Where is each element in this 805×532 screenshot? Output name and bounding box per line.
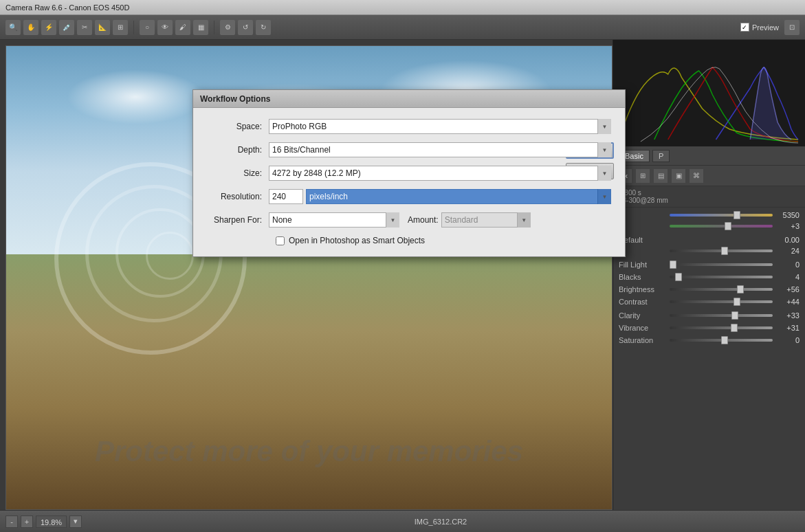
depth-select-wrapper: 16 Bits/Channel ▼ [269, 142, 611, 157]
dialog-titlebar: Workflow Options [193, 90, 625, 108]
amount-select-wrapper: Standard ▼ [441, 212, 531, 228]
smart-objects-checkbox[interactable] [276, 236, 285, 245]
resolution-unit-select[interactable]: pixels/inch [306, 189, 611, 204]
workflow-options-dialog: Workflow Options OK Cancel Space: ProPho… [192, 89, 626, 257]
space-select[interactable]: ProPhoto RGB [269, 119, 611, 134]
space-label: Space: [207, 122, 269, 131]
size-row: Size: 4272 by 2848 (12.2 MP) ▼ [207, 166, 611, 181]
space-row: Space: ProPhoto RGB ▼ [207, 119, 611, 134]
dialog-overlay: Workflow Options OK Cancel Space: ProPho… [0, 0, 805, 532]
sharpen-row: Sharpen For: None ▼ Amount: Standard ▼ [207, 212, 611, 228]
size-select[interactable]: 4272 by 2848 (12.2 MP) [269, 166, 611, 181]
resolution-row: Resolution: pixels/inch ▼ [207, 189, 611, 204]
space-select-wrapper: ProPhoto RGB ▼ [269, 119, 611, 134]
resolution-label: Resolution: [207, 192, 269, 201]
sharpen-label: Sharpen For: [207, 215, 269, 225]
dialog-body: OK Cancel Space: ProPhoto RGB ▼ Depth: [193, 108, 625, 256]
amount-select[interactable]: Standard [441, 212, 531, 228]
size-label: Size: [207, 168, 269, 178]
smart-objects-row: Open in Photoshop as Smart Objects [207, 236, 611, 245]
amount-label: Amount: [408, 215, 439, 225]
dialog-title: Workflow Options [200, 94, 270, 104]
depth-label: Depth: [207, 145, 269, 155]
resolution-input[interactable] [269, 189, 303, 204]
resolution-unit-wrapper: pixels/inch ▼ [306, 189, 611, 204]
sharpen-select[interactable]: None [269, 212, 399, 228]
depth-select[interactable]: 16 Bits/Channel [269, 142, 611, 157]
size-select-wrapper: 4272 by 2848 (12.2 MP) ▼ [269, 166, 611, 181]
depth-row: Depth: 16 Bits/Channel ▼ [207, 142, 611, 157]
sharpen-select-wrapper: None ▼ [269, 212, 399, 228]
smart-objects-label: Open in Photoshop as Smart Objects [289, 236, 425, 245]
